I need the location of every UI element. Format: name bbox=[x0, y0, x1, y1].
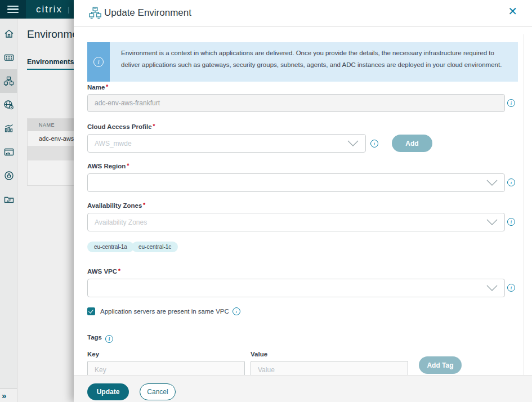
sidebar-item-analytics[interactable] bbox=[0, 117, 17, 140]
aws-region-info-icon[interactable]: i bbox=[507, 178, 515, 186]
modal-title: Update Environment bbox=[104, 7, 191, 19]
availability-zones-info-icon[interactable]: i bbox=[507, 218, 515, 226]
security-icon bbox=[4, 171, 14, 181]
close-icon[interactable]: ✕ bbox=[508, 6, 517, 17]
zone-chip[interactable]: eu-central-1c bbox=[132, 242, 178, 252]
analytics-icon bbox=[4, 123, 14, 133]
scroll-track[interactable] bbox=[524, 34, 524, 375]
update-environment-modal: Update Environment ✕ i Environment is a … bbox=[74, 0, 532, 402]
sidebar-item-dashboard[interactable] bbox=[0, 140, 17, 164]
name-label: Name bbox=[87, 84, 108, 91]
brand-divider: | bbox=[68, 5, 69, 14]
tags-label: Tagsi bbox=[87, 334, 113, 343]
sidebar-item-security[interactable] bbox=[0, 164, 17, 187]
tags-info-icon[interactable]: i bbox=[105, 335, 113, 343]
chevron-down-icon bbox=[341, 135, 365, 152]
add-profile-button[interactable]: Add bbox=[392, 135, 432, 152]
availability-zones-placeholder: Availability Zones bbox=[88, 218, 480, 226]
info-banner-text: Environment is a context in which applic… bbox=[110, 42, 518, 82]
expand-sidebar-icon[interactable]: » bbox=[0, 391, 6, 400]
tag-value-label: Value bbox=[251, 351, 267, 358]
zone-chip[interactable]: eu-central-1a bbox=[87, 242, 134, 252]
sidebar-item-home[interactable] bbox=[0, 22, 17, 46]
availability-zones-label: Availability Zones bbox=[87, 202, 145, 209]
info-banner-icon-box: i bbox=[87, 42, 110, 82]
modal-footer: Update Cancel bbox=[74, 375, 532, 402]
same-vpc-checkbox[interactable] bbox=[87, 307, 95, 315]
hamburger-menu-button[interactable] bbox=[0, 0, 26, 19]
cloud-access-profile-label: Cloud Access Profile bbox=[87, 123, 155, 130]
aws-vpc-label: AWS VPC bbox=[87, 268, 120, 275]
name-input[interactable] bbox=[87, 94, 505, 112]
environments-icon bbox=[3, 76, 14, 87]
cloud-access-profile-info-icon[interactable]: i bbox=[370, 140, 378, 148]
info-icon: i bbox=[93, 57, 104, 67]
audit-log-icon bbox=[4, 194, 14, 204]
tags-label-text: Tags bbox=[87, 334, 102, 341]
global-services-icon bbox=[3, 100, 14, 110]
hamburger-icon bbox=[7, 4, 19, 15]
chevron-down-icon bbox=[480, 279, 504, 297]
screen: citrix | Ap » Environm bbox=[0, 0, 532, 402]
tab-environments[interactable]: Environments bbox=[27, 58, 74, 70]
sidebar-expand-bar: » bbox=[0, 388, 17, 402]
home-icon bbox=[4, 29, 14, 39]
chevron-down-icon bbox=[480, 213, 504, 231]
citrix-logo: citrix bbox=[36, 4, 62, 15]
update-button[interactable]: Update bbox=[87, 383, 129, 400]
chevron-down-icon bbox=[480, 174, 504, 191]
cloud-access-profile-placeholder: AWS_mwde bbox=[88, 140, 341, 148]
aws-region-select[interactable] bbox=[87, 173, 505, 192]
same-vpc-label: Application servers are present in same … bbox=[100, 308, 229, 315]
aws-region-label: AWS Region bbox=[87, 163, 129, 169]
applications-icon bbox=[4, 52, 14, 62]
dashboard-icon bbox=[4, 147, 14, 157]
modal-body: i Environment is a context in which appl… bbox=[74, 28, 532, 375]
sidebar-item-global-services[interactable] bbox=[0, 93, 17, 117]
tag-key-label: Key bbox=[87, 351, 99, 358]
name-info-icon[interactable]: i bbox=[507, 99, 515, 107]
add-tag-button[interactable]: Add Tag bbox=[419, 356, 462, 374]
icon-sidebar bbox=[0, 19, 17, 388]
sidebar-item-audit-log[interactable] bbox=[0, 187, 17, 211]
cancel-button[interactable]: Cancel bbox=[140, 383, 176, 400]
tag-key-input[interactable] bbox=[87, 361, 245, 375]
sidebar-item-applications[interactable] bbox=[0, 46, 17, 69]
availability-zones-select[interactable]: Availability Zones bbox=[87, 213, 505, 231]
cloud-access-profile-select[interactable]: AWS_mwde bbox=[87, 134, 366, 153]
same-vpc-info-icon[interactable]: i bbox=[233, 307, 240, 315]
aws-vpc-select[interactable] bbox=[87, 279, 505, 297]
same-vpc-row: Application servers are present in same … bbox=[87, 307, 240, 315]
sidebar-item-environments[interactable] bbox=[0, 69, 17, 93]
environment-icon bbox=[88, 6, 102, 20]
info-banner: i Environment is a context in which appl… bbox=[87, 42, 518, 82]
aws-vpc-info-icon[interactable]: i bbox=[507, 284, 515, 292]
modal-header: Update Environment ✕ bbox=[74, 0, 532, 27]
tag-value-input[interactable] bbox=[251, 361, 408, 375]
